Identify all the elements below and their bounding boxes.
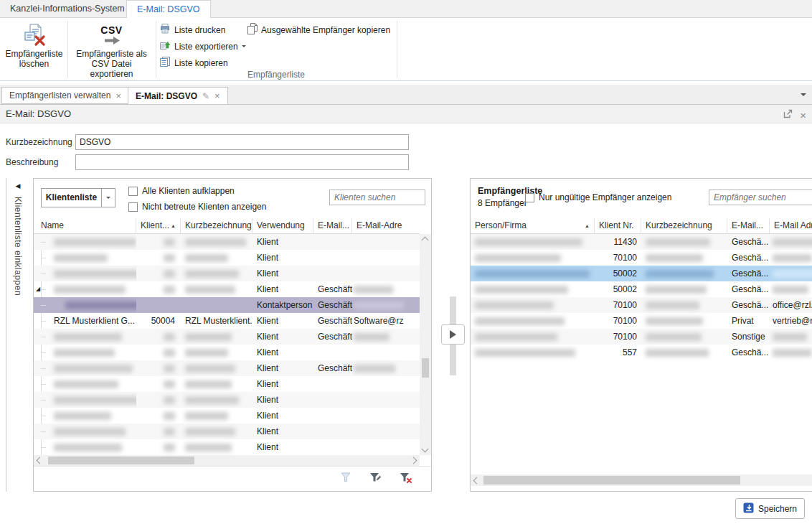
add-to-recipient-list-button[interactable] [441, 324, 465, 345]
klienten-table-row[interactable]: Klient [34, 392, 420, 408]
empfaenger-table-row[interactable]: 70100Geschä...office@rzl.a [471, 297, 812, 313]
table-cell: Klient [252, 424, 313, 439]
empfaenger-search-input[interactable] [709, 190, 812, 205]
close-icon[interactable]: × [115, 90, 121, 101]
print-list-button[interactable]: Liste drucken [159, 22, 225, 37]
save-icon [743, 502, 754, 515]
scrollbar-thumb[interactable] [483, 476, 740, 485]
column-header-person-firma[interactable]: Person/Firma▲ [471, 218, 595, 233]
klienten-table-row[interactable]: Klient [34, 266, 420, 281]
horizontal-scrollbar[interactable] [34, 455, 420, 466]
column-header-klient-nr[interactable]: Klient...▲ [136, 218, 181, 233]
klienten-search-input[interactable] [329, 190, 425, 205]
copy-selected-recipients-button[interactable]: Ausgewählte Empfänger kopieren [247, 22, 390, 37]
tab-list-chevron-icon[interactable] [801, 93, 806, 96]
column-header-kurzbezeichnung[interactable]: Kurzbezeichnung [181, 218, 252, 233]
column-header-kurzbezeichnung[interactable]: Kurzbezeichnung [641, 218, 727, 233]
klienten-table-row[interactable]: Klient [34, 408, 420, 424]
redacted-text [185, 412, 228, 420]
kurzbezeichnung-label: Kurzbezeichnung [6, 134, 74, 150]
save-button[interactable]: Speichern [735, 498, 805, 519]
filter-from-selection-icon[interactable] [340, 472, 352, 486]
export-csv-button[interactable]: CSV Empfängerliste als CSV Datei exporti… [69, 20, 154, 78]
sort-asc-icon: ▲ [585, 218, 590, 233]
checkbox-icon[interactable] [525, 193, 534, 202]
close-icon[interactable]: × [800, 111, 806, 120]
close-icon[interactable]: × [214, 90, 220, 101]
klienten-table-row[interactable]: KlientGeschäft. [34, 360, 420, 376]
checkbox-nur-ungueltige-empfaenger[interactable]: Nur ungültige Empfänger anzeigen [525, 192, 671, 202]
checkbox-icon[interactable] [128, 202, 138, 212]
table-cell [313, 424, 352, 439]
scrollbar-thumb[interactable] [422, 358, 429, 378]
column-header-email[interactable]: E-Mail... [727, 218, 770, 233]
empfaenger-table-body: 11430Geschä...70100Geschä...50002Geschä.… [471, 234, 812, 360]
empfaenger-table-row[interactable]: 70100Privatvertrieb@rz [471, 313, 812, 329]
checkbox-alle-klienten-aufklappen[interactable]: Alle Klienten aufklappen [128, 186, 235, 196]
redacted-text [185, 349, 228, 357]
tab-kanzlei-informations-system[interactable]: Kanzlei-Informations-System [0, 0, 135, 17]
klienten-table-row[interactable]: Klient [34, 439, 420, 455]
klienten-table-row[interactable]: KlientGeschäft.◢ [34, 281, 420, 297]
scrollbar-thumb[interactable] [48, 457, 194, 464]
export-list-button[interactable]: Liste exportieren [159, 39, 246, 54]
scroll-down-icon[interactable] [422, 446, 429, 453]
redacted-text [646, 270, 714, 278]
empfaenger-table-row[interactable]: 557Geschä... [471, 345, 812, 360]
klienten-table-row[interactable]: Klient [34, 376, 420, 392]
scroll-right-icon[interactable] [410, 457, 417, 464]
table-cell [641, 281, 727, 297]
tab-email-dsgvo-document[interactable]: E-Mail: DSGVO ✎ × [128, 87, 228, 105]
kurzbezeichnung-field[interactable] [75, 134, 409, 150]
redacted-text [185, 270, 239, 278]
klientenliste-dropdown[interactable]: Klientenliste [41, 188, 115, 207]
column-header-name[interactable]: Name [34, 218, 136, 233]
redacted-text [185, 428, 235, 436]
scroll-left-icon[interactable] [473, 477, 481, 485]
horizontal-scrollbar[interactable] [471, 474, 812, 486]
empfaenger-table-row[interactable]: 50002Geschä... [471, 281, 812, 297]
klienten-table-row[interactable]: Klient [34, 250, 420, 266]
column-header-email-adresse[interactable]: E-Mail Adre [770, 218, 812, 233]
table-cell [352, 266, 420, 281]
vertical-scrollbar[interactable] [420, 234, 431, 455]
empfaenger-table-row[interactable]: 70100Sonstige [471, 329, 812, 345]
checkbox-nicht-betreute-klienten[interactable]: Nicht betreute Klienten anzeigen [128, 202, 266, 212]
column-header-verwendung[interactable]: Verwendung [252, 218, 313, 233]
popout-icon[interactable] [783, 109, 793, 121]
klienten-table-row[interactable]: RZL Musterklient G...50004RZL Musterklie… [34, 313, 420, 329]
klienten-table-row[interactable]: Klient [34, 234, 420, 250]
empfaenger-table-row[interactable]: 70100Geschä... [471, 250, 812, 266]
klientenliste-collapse-strip[interactable]: ◀ Klientenliste einklappen [6, 178, 29, 492]
empfaenger-table-row[interactable]: 50002Geschä... [471, 266, 812, 281]
column-header-email-adresse[interactable]: E-Mail-Adre [352, 218, 420, 233]
filter-clear-icon[interactable] [400, 472, 412, 486]
klienten-table-row[interactable]: KlientGeschäft.. [34, 329, 420, 345]
table-cell: Klient [252, 266, 313, 281]
table-cell [471, 297, 595, 313]
klienten-table-row[interactable]: Klient [34, 345, 420, 360]
table-cell: Geschäft. [313, 360, 352, 376]
filter-edit-icon[interactable] [369, 472, 382, 486]
tab-empfaengerlisten-verwalten[interactable]: Empfängerlisten verwalten × [1, 87, 129, 104]
scroll-up-icon[interactable] [422, 237, 429, 244]
scroll-left-icon[interactable] [37, 457, 44, 464]
table-cell [136, 360, 181, 376]
beschreibung-field[interactable] [75, 154, 409, 170]
empfaenger-table-row[interactable]: 11430Geschä... [471, 234, 812, 250]
tree-expand-icon[interactable]: ◢ [36, 286, 40, 292]
column-header-klient-nr[interactable]: Klient Nr. [595, 218, 641, 233]
delete-recipient-list-button[interactable]: Empfängerliste löschen [1, 20, 67, 78]
klienten-table-row[interactable]: KontaktpersonGeschäft. [34, 297, 420, 313]
column-header-email[interactable]: E-Mail... [313, 218, 352, 233]
collapse-left-icon[interactable]: ◀ [16, 182, 21, 190]
table-cell [471, 234, 595, 250]
tab-email-dsgvo[interactable]: E-Mail: DSGVO [126, 0, 211, 18]
table-cell: Geschä... [727, 281, 770, 297]
checkbox-icon[interactable] [128, 187, 138, 196]
copy-list-button[interactable]: Liste kopieren [159, 55, 228, 70]
klienten-table-row[interactable]: Klient [34, 424, 420, 439]
redacted-text [646, 286, 707, 294]
table-cell [313, 266, 352, 281]
table-cell [34, 266, 136, 281]
